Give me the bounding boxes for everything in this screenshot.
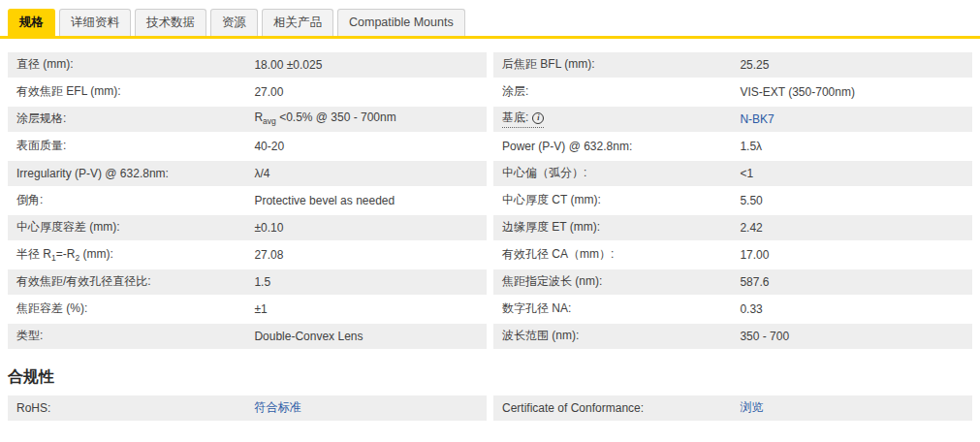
tab-technical-data[interactable]: 技术数据 (135, 9, 206, 36)
rohs-link[interactable]: 符合标准 (254, 400, 300, 414)
spec-row-et: 边缘厚度 ET (mm): 2.42 (493, 215, 972, 240)
spec-row-bevel: 倒角: Protective bevel as needed (8, 188, 487, 213)
spec-value: 1.5 (254, 275, 487, 289)
substrate-term[interactable]: 基底:i (502, 110, 544, 128)
compliance-column-right: Certificate of Conformance: 浏览 (493, 395, 972, 423)
substrate-link[interactable]: N-BK7 (740, 112, 774, 126)
spec-value: 符合标准 (254, 399, 487, 416)
spec-label: 中心厚度 CT (mm): (493, 192, 740, 208)
spec-row-substrate: 基底:i N-BK7 (493, 107, 972, 132)
spec-row-fl-tolerance: 焦距容差 (%): ±1 (8, 297, 487, 322)
spec-label: 涂层: (493, 83, 740, 100)
compliance-column-left: RoHS: 符合标准 (8, 395, 487, 423)
spec-value: 0.33 (740, 302, 972, 316)
spec-row-irregularity: Irregularity (P-V) @ 632.8nm: λ/4 (8, 161, 487, 186)
spec-label: 倒角: (8, 192, 254, 208)
tab-specs[interactable]: 规格 (8, 9, 55, 36)
spec-row-coating: 涂层: VIS-EXT (350-700nm) (493, 79, 972, 105)
label-mid: =-R (56, 247, 76, 261)
spec-value: 25.25 (740, 58, 972, 72)
spec-label: 边缘厚度 ET (mm): (493, 219, 740, 236)
spec-row-f-number: 有效焦距/有效孔径直径比: 1.5 (8, 269, 487, 295)
spec-value: 17.00 (740, 248, 972, 262)
spec-value: Ravg <0.5% @ 350 - 700nm (254, 110, 487, 126)
tab-details[interactable]: 详细资料 (59, 9, 131, 36)
compliance-table: RoHS: 符合标准 Certificate of Conformance: 浏… (0, 395, 980, 423)
spec-value: 18.00 ±0.025 (254, 58, 487, 72)
spec-label: Certificate of Conformance: (493, 401, 740, 415)
spec-column-left: 直径 (mm): 18.00 ±0.025 有效焦距 EFL (mm): 27.… (8, 52, 487, 351)
spec-row-type: 类型: Double-Convex Lens (8, 324, 487, 349)
spec-value: 27.08 (254, 248, 487, 262)
spec-label: RoHS: (8, 401, 254, 415)
value-pre: R (254, 110, 263, 124)
value-post: <0.5% @ 350 - 700nm (276, 110, 396, 124)
label-post: (mm): (79, 247, 113, 261)
tab-related-products[interactable]: 相关产品 (262, 9, 333, 36)
spec-row-diameter: 直径 (mm): 18.00 ±0.025 (8, 52, 487, 78)
substrate-label: 基底: (502, 110, 528, 126)
spec-value: <1 (740, 167, 972, 180)
compliance-row-rohs: RoHS: 符合标准 (8, 395, 487, 421)
tab-bar: 规格 详细资料 技术数据 资源 相关产品 Compatible Mounts (0, 0, 980, 36)
compliance-heading: 合规性 (8, 367, 980, 388)
spec-value: λ/4 (254, 167, 487, 180)
spec-value: 350 - 700 (740, 330, 972, 343)
spec-label: 涂层规格: (8, 110, 254, 127)
spec-label: 有效焦距 EFL (mm): (8, 83, 254, 100)
spec-label: 有效孔径 CA（mm）: (493, 246, 740, 263)
tab-accent-line (0, 36, 980, 39)
spec-value: 5.50 (740, 194, 972, 207)
spec-value: 浏览 (740, 399, 972, 416)
spec-label: 基底:i (493, 110, 740, 128)
value-subscript: avg (263, 117, 276, 127)
spec-label: 类型: (8, 328, 254, 344)
tab-resources[interactable]: 资源 (210, 9, 258, 36)
spec-column-right: 后焦距 BFL (mm): 25.25 涂层: VIS-EXT (350-700… (493, 52, 972, 351)
spec-table: 直径 (mm): 18.00 ±0.025 有效焦距 EFL (mm): 27.… (0, 52, 980, 351)
spec-value: Protective bevel as needed (254, 194, 487, 207)
spec-value: Double-Convex Lens (254, 330, 487, 343)
spec-row-coating-spec: 涂层规格: Ravg <0.5% @ 350 - 700nm (8, 107, 487, 132)
spec-row-na: 数字孔径 NA: 0.33 (493, 297, 972, 322)
compliance-row-coc: Certificate of Conformance: 浏览 (493, 395, 972, 421)
spec-value: ±0.10 (254, 221, 487, 235)
spec-label: Irregularity (P-V) @ 632.8nm: (8, 167, 254, 180)
tab-compatible-mounts[interactable]: Compatible Mounts (337, 9, 465, 36)
spec-value: 27.00 (254, 85, 487, 99)
spec-value: 2.42 (740, 221, 972, 235)
info-icon[interactable]: i (532, 112, 544, 124)
spec-label: 焦距指定波长 (nm): (493, 273, 740, 290)
spec-value: 1.5λ (740, 140, 972, 153)
spec-row-design-wavelength: 焦距指定波长 (nm): 587.6 (493, 269, 972, 295)
spec-row-bfl: 后焦距 BFL (mm): 25.25 (493, 52, 972, 78)
coc-link[interactable]: 浏览 (740, 400, 763, 414)
label-pre: 半径 R (16, 247, 51, 261)
spec-label: 有效焦距/有效孔径直径比: (8, 273, 254, 290)
spec-value: N-BK7 (740, 112, 972, 126)
spec-row-wavelength-range: 波长范围 (nm): 350 - 700 (493, 324, 972, 349)
spec-value: 587.6 (740, 275, 972, 289)
spec-row-efl: 有效焦距 EFL (mm): 27.00 (8, 79, 487, 105)
spec-label: 表面质量: (8, 138, 254, 154)
spec-row-power: Power (P-V) @ 632.8nm: 1.5λ (493, 134, 972, 159)
spec-label: 后焦距 BFL (mm): (493, 56, 740, 73)
spec-value: ±1 (254, 302, 487, 316)
spec-row-ct: 中心厚度 CT (mm): 5.50 (493, 188, 972, 213)
spec-label: 直径 (mm): (8, 56, 254, 73)
spec-label: 半径 R1=-R2 (mm): (8, 246, 254, 263)
spec-label: 数字孔径 NA: (493, 300, 740, 317)
spec-label: 中心厚度容差 (mm): (8, 219, 254, 236)
spec-value: 40-20 (254, 140, 487, 153)
spec-row-clear-aperture: 有效孔径 CA（mm）: 17.00 (493, 242, 972, 268)
spec-label: 中心偏（弧分）: (493, 165, 740, 181)
spec-value: VIS-EXT (350-700nm) (740, 85, 972, 99)
spec-label: 焦距容差 (%): (8, 300, 254, 317)
spec-row-surface-quality: 表面质量: 40-20 (8, 134, 487, 159)
spec-row-radius: 半径 R1=-R2 (mm): 27.08 (8, 242, 487, 268)
spec-row-centration: 中心偏（弧分）: <1 (493, 161, 972, 186)
spec-row-ct-tolerance: 中心厚度容差 (mm): ±0.10 (8, 215, 487, 240)
spec-label: Power (P-V) @ 632.8nm: (493, 140, 740, 153)
spec-label: 波长范围 (nm): (493, 328, 740, 344)
